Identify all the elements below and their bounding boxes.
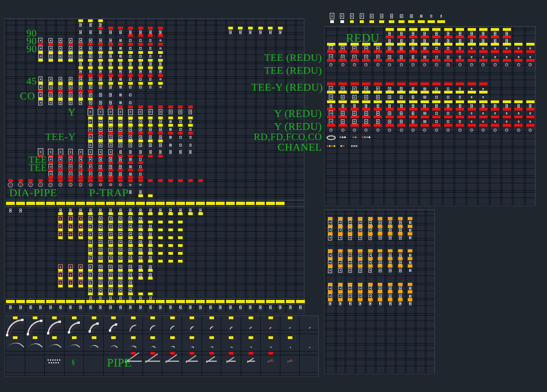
yellow-mark (118, 269, 123, 272)
red-mark (108, 105, 113, 108)
fitting-glyph (79, 100, 82, 105)
yellow-mark (88, 244, 93, 247)
fitting-glyph (38, 46, 42, 51)
fitting-glyph (389, 221, 392, 224)
fitting-glyph (179, 136, 182, 139)
elbow-45-glyph (109, 343, 118, 351)
left-grid[interactable] (5, 18, 304, 313)
fitting-glyph (149, 62, 152, 66)
red-mark (432, 116, 440, 118)
fitting-glyph (129, 135, 132, 139)
yellow-mark (248, 27, 253, 29)
fitting-glyph (423, 32, 426, 35)
fitting-glyph (68, 149, 73, 155)
circle-fitting-glyph (329, 63, 333, 66)
yellow-mark (418, 20, 425, 23)
bottom-grid[interactable]: § (5, 316, 319, 377)
fitting-glyph (517, 104, 520, 108)
fitting-glyph (369, 235, 372, 240)
orange-mark (358, 298, 363, 301)
fitting-glyph (364, 95, 368, 99)
orange-mark (338, 257, 343, 260)
yellow-mark (106, 202, 115, 205)
red-mark (78, 43, 83, 46)
right-bottom-grid[interactable] (324, 210, 435, 374)
fitting-glyph (189, 150, 191, 154)
red-mark (128, 74, 133, 77)
symbol-dot (333, 145, 335, 147)
yellow-mark (6, 202, 15, 205)
fitting-glyph (89, 101, 92, 105)
guide-line (5, 298, 304, 298)
red-mark (526, 108, 535, 111)
yellow-mark (98, 124, 103, 127)
fitting-glyph (160, 78, 161, 81)
yellow-mark (148, 194, 153, 197)
circle-fitting-glyph (79, 183, 83, 187)
yellow-mark (148, 269, 153, 272)
red-mark (98, 27, 103, 29)
yellow-mark (148, 124, 153, 127)
yellow-mark (386, 91, 394, 94)
fitting-glyph (59, 38, 62, 43)
orange-mark (368, 232, 373, 235)
fitting-glyph (409, 254, 411, 257)
dot-pattern (53, 362, 54, 363)
elbow-90-glyph (269, 327, 272, 329)
yellow-mark (78, 228, 83, 231)
yellow-mark (88, 285, 93, 287)
red-mark (362, 59, 370, 62)
yellow-mark (118, 117, 123, 119)
fitting-glyph (119, 150, 122, 154)
right-top-grid[interactable] (324, 26, 535, 206)
yellow-mark (339, 100, 347, 103)
fitting-glyph (435, 96, 438, 99)
red-mark (351, 59, 359, 62)
label-y-redu-: Y (REDU) (258, 121, 322, 132)
red-mark (148, 105, 153, 108)
fitting-glyph (409, 287, 411, 290)
red-mark (108, 169, 113, 171)
orange-mark (348, 257, 352, 260)
fitting-glyph (400, 87, 403, 91)
yellow-mark (92, 316, 96, 319)
label-redu: REDU (346, 32, 387, 44)
yellow-mark (178, 117, 183, 119)
red-mark (88, 176, 93, 179)
fitting-glyph (119, 101, 122, 105)
yellow-mark (374, 91, 382, 94)
fitting-glyph (99, 209, 101, 212)
orange-mark (378, 217, 382, 220)
fitting-glyph (38, 76, 42, 82)
yellow-mark (33, 316, 37, 319)
orange-mark (378, 264, 382, 268)
orange-mark (408, 232, 412, 235)
red-mark (479, 108, 488, 111)
red-mark (351, 82, 359, 85)
yellow-mark (108, 252, 113, 255)
fitting-glyph (409, 295, 411, 298)
elbow-90-glyph (190, 326, 194, 330)
fitting-glyph (108, 149, 113, 154)
red-mark (138, 43, 143, 46)
red-mark (78, 74, 83, 77)
fitting-glyph (109, 85, 112, 88)
pipe-segment-glyph (166, 361, 179, 371)
cad-canvas[interactable]: § 90909045COYTEE-YTEETEEDIA-PIPEP-TRAPPI… (0, 0, 547, 392)
fitting-glyph (352, 95, 356, 99)
yellow-mark (111, 336, 116, 339)
yellow-mark (362, 91, 370, 94)
symbol-dot (331, 145, 333, 147)
red-mark (158, 132, 163, 135)
yellow-mark (128, 269, 133, 272)
orange-mark (398, 264, 403, 268)
yellow-mark (503, 43, 511, 46)
fitting-glyph (149, 86, 151, 88)
red-mark (444, 59, 452, 62)
fitting-glyph (99, 101, 102, 105)
fitting-glyph (108, 143, 112, 147)
elbow-90-glyph (309, 327, 311, 329)
drain-ellipse-glyph (327, 135, 336, 140)
yellow-mark (249, 316, 253, 319)
fitting-glyph (129, 165, 131, 169)
